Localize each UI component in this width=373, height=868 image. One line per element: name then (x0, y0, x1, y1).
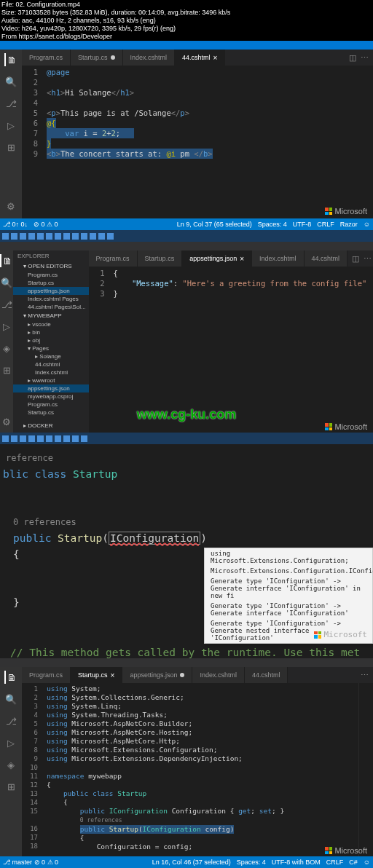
close-icon[interactable]: × (111, 671, 115, 679)
tab-label: 44.cshtml (312, 255, 340, 262)
split-icon[interactable]: ◫ (349, 53, 356, 63)
debug-icon[interactable]: ▷ (4, 736, 17, 749)
sidebar-item[interactable]: ▾ Pages (13, 344, 89, 352)
sidebar-item[interactable]: Startup.cs (13, 279, 89, 287)
tab-startup-cs[interactable]: Startup.cs (71, 50, 123, 66)
more-icon[interactable]: ⋯ (364, 254, 372, 264)
sidebar-item[interactable]: ▸ bin (13, 328, 89, 336)
sidebar-item[interactable]: ▸ Solange (13, 352, 89, 360)
sidebar-item[interactable]: Startup.cs (13, 409, 89, 417)
close-icon[interactable]: × (213, 54, 218, 62)
debug-icon[interactable]: ▷ (0, 320, 13, 333)
tab-startup-cs[interactable]: Startup.cs (138, 250, 183, 267)
files-icon[interactable]: 🗎 (0, 254, 13, 267)
extensions-icon[interactable]: ⊞ (4, 141, 17, 154)
sidebar-item[interactable]: appsettings.json (13, 384, 89, 392)
search-icon[interactable]: 🔍 (4, 75, 17, 88)
debug-icon[interactable]: ▷ (4, 119, 17, 132)
tab-label: Program.cs (29, 671, 63, 679)
close-icon[interactable]: × (240, 255, 244, 263)
feedback-icon[interactable]: ☺ (364, 859, 370, 866)
search-icon[interactable]: 🔍 (0, 276, 13, 289)
cursor-position[interactable]: Ln 9, Col 37 (65 selected) (177, 221, 252, 228)
code-type-error[interactable]: IConfiguration (109, 532, 200, 545)
more-icon[interactable]: ⋯ (361, 671, 369, 680)
tab-program-cs[interactable]: Program.cs (89, 250, 138, 267)
tab-index-cshtml[interactable]: Index.cshtml (192, 667, 245, 683)
sidebar-item[interactable]: Program.cs (13, 401, 89, 409)
indent-status[interactable]: Spaces: 4 (258, 221, 287, 228)
tab-label: 44.cshtml (252, 671, 280, 679)
tab-44-cshtml[interactable]: 44.cshtml× (175, 50, 225, 66)
sidebar-item[interactable]: Index.cshtml Pages (13, 295, 89, 303)
tab-label: Index.cshtml (259, 255, 297, 262)
files-icon[interactable]: 🗎 (4, 671, 17, 684)
more-icon[interactable]: ⋯ (361, 53, 369, 63)
docker-icon[interactable]: ◈ (4, 758, 17, 771)
cursor-position[interactable]: Ln 16, Col 46 (37 selected) (152, 859, 231, 866)
git-icon[interactable]: ⎇ (0, 298, 13, 311)
sidebar-item[interactable]: mywebapp.csproj (13, 392, 89, 401)
codelens-refs[interactable]: 0 references (3, 514, 370, 530)
sidebar-item[interactable]: 44.cshtml (13, 360, 89, 368)
tab-program-cs[interactable]: Program.cs (22, 667, 71, 683)
code-content[interactable]: { "Message": "Here's a greeting from the… (109, 267, 373, 433)
encoding-status[interactable]: UTF-8 (293, 221, 312, 228)
tab-index-cshtml[interactable]: Index.cshtml (123, 50, 176, 66)
settings-icon[interactable]: ⚙ (4, 200, 17, 213)
files-icon[interactable]: 🗎 (4, 53, 17, 66)
code-content[interactable]: using System; using System.Collections.G… (42, 683, 358, 856)
extensions-icon[interactable]: ⊞ (4, 780, 17, 793)
open-editors-section[interactable]: ▾ OPEN EDITORS (13, 261, 89, 271)
indent-status[interactable]: Spaces: 4 (237, 859, 266, 866)
encoding-status[interactable]: UTF-8 with BOM (272, 859, 321, 866)
tab-appsettings[interactable]: appsettings.json× (182, 250, 252, 267)
search-icon[interactable]: 🔍 (4, 693, 17, 706)
git-icon[interactable]: ⎇ (4, 714, 17, 727)
microsoft-logo: Microsoft (314, 630, 367, 639)
intellisense-item[interactable]: Generate type 'IConfiguration' -> Genera… (205, 601, 372, 618)
docker-icon[interactable]: ◈ (0, 342, 13, 355)
status-branch[interactable]: ⎇ master ⊘ 0 ⚠ 0 (3, 859, 58, 866)
eol-status[interactable]: CRLF (326, 859, 344, 866)
extensions-icon[interactable]: ⊞ (0, 363, 13, 376)
project-section[interactable]: ▾ MYWEBAPP (13, 311, 89, 320)
language-status[interactable]: C# (349, 859, 358, 866)
git-icon[interactable]: ⎇ (4, 97, 17, 110)
settings-icon[interactable]: ⚙ (0, 415, 13, 428)
sidebar-item[interactable]: ▸ vscode (13, 320, 89, 328)
sidebar-item[interactable]: ▸ wwwroot (13, 376, 89, 384)
intellisense-item[interactable]: Microsoft.Extensions.Configuration.IConf… (205, 566, 372, 576)
tab-appsettings[interactable]: appsettings.json (122, 667, 192, 683)
status-errors[interactable]: ⊘ 0 ⚠ 0 (34, 221, 58, 228)
meta-source: From https://sanet.cd/blogs/Developer (1, 33, 372, 41)
sidebar-item[interactable]: Index.cshtml (13, 368, 89, 376)
split-icon[interactable]: ◫ (352, 254, 359, 264)
feedback-icon[interactable]: ☺ (364, 221, 370, 228)
taskbar (0, 230, 373, 242)
code-content[interactable]: @page <h1>Hi Solange</h1> <p>This page i… (42, 66, 373, 218)
dirty-dot-icon (111, 55, 115, 60)
microsoft-logo: Microsoft (325, 846, 367, 855)
codelens-refs[interactable]: reference (3, 450, 370, 466)
code-editor[interactable]: 123456789 @page <h1>Hi Solange</h1> <p>T… (22, 66, 373, 218)
sidebar-item[interactable]: 44.cshtml Pages\Sol... (13, 303, 89, 311)
status-branch[interactable]: ⎇ 0↑ 0↓ (3, 221, 28, 228)
intellisense-item[interactable]: Generate type 'IConfiguration' -> Genera… (205, 576, 372, 601)
sidebar-item[interactable]: ▸ obj (13, 336, 89, 344)
tab-44-cshtml[interactable]: 44.cshtml (245, 667, 288, 683)
tab-startup-cs[interactable]: Startup.cs× (71, 667, 122, 683)
minimap[interactable] (358, 683, 373, 856)
sidebar-item[interactable]: appsettings.json (13, 287, 89, 295)
language-status[interactable]: Razor (340, 221, 358, 228)
sidebar-item[interactable]: Program.cs (13, 271, 89, 279)
tab-44-cshtml[interactable]: 44.cshtml (305, 250, 348, 267)
tab-index-cshtml[interactable]: Index.cshtml (252, 250, 305, 267)
docker-section[interactable]: ▸ DOCKER (13, 421, 89, 430)
intellisense-item[interactable]: using Microsoft.Extensions.Configuration… (205, 548, 372, 566)
code-editor[interactable]: 123456789101112131415161718 using System… (22, 683, 373, 856)
eol-status[interactable]: CRLF (317, 221, 334, 228)
code-editor[interactable]: 123 { "Message": "Here's a greeting from… (89, 267, 373, 433)
tab-program-cs[interactable]: Program.cs (22, 50, 71, 66)
vscode-pane-3: reference blic class Startup 0 reference… (0, 444, 373, 658)
